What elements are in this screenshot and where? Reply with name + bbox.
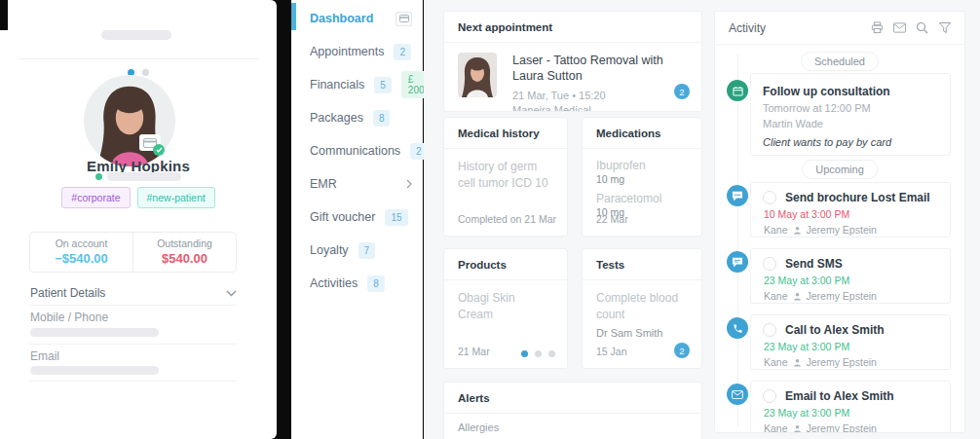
count-badge: 5 — [374, 77, 392, 93]
tests-card: Tests Complete blood count Dr Sam Smith … — [582, 248, 702, 369]
task-checkbox[interactable] — [763, 257, 776, 271]
card-title: Alerts — [444, 383, 701, 414]
medications-footer: 22 Mar — [596, 213, 628, 225]
sidebar-item-label: EMR — [310, 177, 337, 191]
appointment-body[interactable]: Laser - Tattoo Removal with Laura Sutton… — [444, 43, 701, 111]
patient-details-title: Patient Details — [30, 286, 105, 300]
medications-card: Medications Ibuprofen 10 mg Paracetomol … — [582, 117, 702, 237]
medication-name[interactable]: Ibuprofen — [596, 159, 688, 172]
task-checkbox[interactable] — [763, 389, 776, 403]
divider — [29, 305, 237, 306]
sidebar-item-label: Activities — [310, 276, 358, 290]
sidebar-item-financials[interactable]: Financials 5 £ 200 — [291, 68, 423, 101]
on-account-label: On account — [30, 238, 132, 249]
task-assignee: Jeremy Epstein — [807, 224, 877, 236]
medication-dose: 10 mg — [596, 173, 688, 185]
sidebar-item-label: Packages — [310, 111, 363, 125]
email-label: Email — [30, 349, 59, 363]
upcoming-task-card[interactable]: Call to Alex Smith 23 May at 3:00 PM Kan… — [750, 314, 951, 370]
medication-name[interactable]: Paracetomol — [596, 192, 688, 205]
sms-icon — [727, 251, 748, 273]
verified-check-icon — [153, 144, 165, 156]
panel-toggle-icon[interactable] — [396, 12, 412, 26]
header-skeleton — [101, 30, 171, 40]
mobile-phone-value-skeleton — [30, 328, 159, 337]
filter-icon[interactable] — [938, 21, 951, 34]
products-footer: 21 Mar — [458, 346, 490, 357]
scheduled-item-time: Tomorrow at 12:00 PM — [763, 102, 938, 114]
sidebar-item-packages[interactable]: Packages 8 — [291, 101, 423, 134]
search-icon[interactable] — [916, 21, 928, 34]
appointment-title: Laser - Tattoo Removal with Laura Sutton — [512, 53, 668, 85]
person-icon — [793, 424, 802, 433]
upcoming-task-card[interactable]: Send SMS 23 May at 3:00 PM Kane Jeremy E… — [750, 248, 951, 304]
product-entry[interactable]: Obagi Skin Cream — [458, 290, 553, 324]
task-time: 23 May at 3:00 PM — [764, 407, 938, 419]
sidebar-item-appointments[interactable]: Appointments 2 — [291, 35, 423, 68]
medical-history-entry[interactable]: History of germ cell tumor ICD 10 — [458, 159, 553, 193]
task-assignee: Kane — [764, 356, 788, 368]
task-assignee: Jeremy Epstein — [807, 290, 877, 302]
status-skeleton — [107, 172, 181, 181]
sidebar-item-label: Loyalty — [310, 243, 349, 257]
sidebar-item-communications[interactable]: Communications 2 — [291, 134, 423, 167]
chat-icon — [727, 185, 748, 206]
task-assignee: Jeremy Epstein — [807, 356, 877, 368]
practitioner-photo — [458, 53, 497, 97]
account-summary: On account −$540.00 Outstanding $540.00 — [29, 232, 237, 273]
scheduled-section-label: Scheduled — [801, 52, 879, 71]
sidebar-item-label: Dashboard — [310, 12, 373, 25]
email-value-skeleton — [30, 366, 159, 375]
test-doctor: Dr Sam Smith — [596, 327, 662, 339]
email-icon — [727, 384, 748, 405]
person-icon — [793, 226, 802, 235]
scheduled-item-card[interactable]: Follow up consultation Tomorrow at 12:00… — [750, 73, 951, 156]
tag-new-patient[interactable]: #new-patient — [137, 187, 215, 208]
pagination-dot[interactable] — [535, 350, 542, 357]
alerts-card: Alerts Allergies — [443, 382, 702, 439]
patient-status-row — [0, 172, 277, 181]
pagination-dot-active[interactable] — [521, 350, 528, 357]
chevron-down-icon[interactable] — [226, 290, 237, 297]
activity-timeline — [737, 55, 738, 426]
sidebar-item-loyalty[interactable]: Loyalty 7 — [291, 234, 423, 267]
test-entry[interactable]: Complete blood count — [596, 290, 688, 324]
mail-icon[interactable] — [893, 21, 906, 34]
appointment-clinic: Maneira Medical — [512, 103, 688, 112]
scheduled-item-note: Client wants to pay by card — [763, 136, 938, 148]
scheduled-item-person: Martin Wade — [763, 118, 938, 129]
task-checkbox[interactable] — [763, 323, 776, 337]
next-appointment-card: Next appointment Laser - Tattoo Removal … — [443, 11, 702, 112]
activity-header: Activity — [715, 12, 964, 45]
tests-footer: 15 Jan — [596, 346, 627, 357]
task-checkbox[interactable] — [763, 191, 776, 204]
upcoming-task-card[interactable]: Email to Alex Smith 23 May at 3:00 PM Ka… — [750, 381, 951, 433]
mobile-phone-label: Mobile / Phone — [30, 311, 108, 324]
upcoming-task-card[interactable]: Send brochure Lost Email 10 May at 3:00 … — [750, 182, 951, 238]
sidebar-item-activities[interactable]: Activities 8 — [291, 267, 423, 300]
sidebar-item-label: Financials — [310, 78, 364, 91]
pagination-dot[interactable] — [548, 350, 555, 357]
task-assignee: Kane — [764, 290, 788, 302]
sidebar-item-dashboard[interactable]: Dashboard — [291, 2, 423, 35]
on-account-cell: On account −$540.00 — [30, 233, 132, 272]
sidebar-item-gift-voucher[interactable]: Gift voucher 15 — [291, 201, 423, 234]
sidebar-item-emr[interactable]: EMR — [291, 167, 423, 201]
sidebar-item-label: Appointments — [310, 45, 384, 58]
tag-corporate[interactable]: #corporate — [61, 187, 130, 208]
sidebar-item-label: Communications — [310, 144, 400, 158]
count-badge: 15 — [385, 209, 407, 226]
calendar-icon — [727, 80, 748, 101]
count-badge: 2 — [394, 44, 411, 60]
panel-gap — [277, 0, 291, 439]
appointment-datetime: 21 Mar, Tue • 15:20 — [512, 89, 688, 104]
appointment-count-badge: 2 — [674, 84, 690, 99]
card-title: Medical history — [444, 118, 567, 149]
app-root: Emily Hopkins #corporate #new-patient On… — [0, 0, 980, 439]
patient-details-header[interactable]: Patient Details — [30, 286, 237, 300]
task-title: Send brochure Lost Email — [785, 191, 930, 204]
outstanding-label: Outstanding — [133, 238, 236, 249]
scheduled-item-title: Follow up consultation — [763, 85, 938, 98]
print-icon[interactable] — [871, 21, 884, 34]
task-title: Send SMS — [785, 257, 843, 271]
